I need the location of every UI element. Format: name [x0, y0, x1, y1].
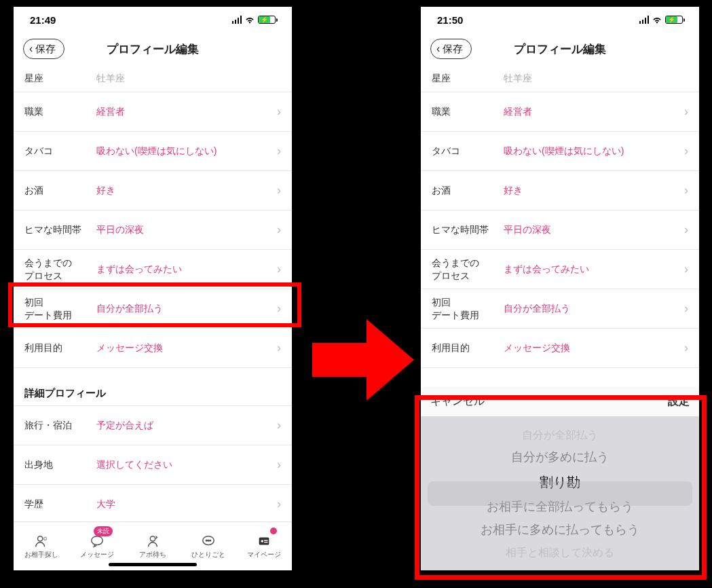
profile-row[interactable]: タバコ吸わない(喫煙は気にしない)› — [421, 132, 699, 171]
chevron-right-icon: › — [277, 262, 281, 276]
nav-header: ‹ 保存 プロフィール編集 — [14, 33, 292, 65]
svg-point-7 — [210, 540, 211, 541]
profile-row[interactable]: 会うまでのプロセスまずは会ってみたい› — [421, 250, 699, 289]
chevron-right-icon: › — [684, 301, 688, 316]
row-label: 利用目的 — [432, 342, 504, 354]
cellular-icon — [639, 16, 650, 24]
row-value: メッセージ交換 — [96, 342, 277, 354]
back-button[interactable]: ‹ 保存 — [430, 39, 472, 59]
row-label: 初回デート費用 — [24, 296, 96, 322]
profile-row: 星座牡羊座 — [14, 65, 292, 92]
chevron-right-icon: › — [684, 262, 688, 276]
profile-row[interactable]: 利用目的メッセージ交換› — [14, 329, 292, 368]
row-label: タバコ — [432, 145, 504, 158]
profile-row: 星座牡羊座 — [421, 65, 699, 92]
tab-0[interactable]: お相手探し — [14, 522, 69, 570]
profile-row[interactable]: 利用目的メッセージ交換› — [421, 329, 699, 368]
profile-row[interactable]: 初回デート費用自分が全部払う› — [14, 289, 292, 329]
chevron-right-icon: › — [277, 341, 281, 355]
battery-icon: ⚡ — [258, 16, 276, 24]
picker-wheel[interactable]: 自分が全部払う自分が多めに払う割り勘お相手に全部払ってもらうお相手に多めに払って… — [421, 417, 699, 570]
tab-4[interactable]: マイページ — [236, 522, 292, 570]
row-label: ヒマな時間帯 — [432, 223, 504, 236]
chevron-right-icon: › — [277, 458, 281, 472]
row-value: 大学 — [96, 498, 277, 511]
svg-point-6 — [208, 540, 209, 541]
picker-cancel-button[interactable]: キャンセル — [430, 394, 485, 409]
profile-row[interactable]: 出身地選択してください› — [14, 445, 292, 485]
row-label: 職業 — [432, 105, 504, 118]
row-value: 好き — [96, 185, 277, 197]
row-label: 星座 — [432, 72, 504, 85]
picker-option[interactable]: お相手に多めに払ってもらう — [481, 519, 639, 540]
row-value: 経営者 — [96, 106, 277, 118]
notification-dot — [270, 528, 277, 534]
tab-label: ひとりごと — [191, 550, 225, 559]
row-value: まずは会ってみたい — [96, 263, 277, 276]
row-value: 平日の深夜 — [96, 224, 277, 236]
row-label: 職業 — [24, 105, 96, 118]
wifi-icon — [244, 14, 255, 26]
profile-row[interactable]: ヒマな時間帯平日の深夜› — [14, 210, 292, 250]
profile-list: 星座牡羊座職業経営者›タバコ吸わない(喫煙は気にしない)›お酒好き›ヒマな時間帯… — [14, 65, 292, 521]
profile-row[interactable]: 職業経営者› — [14, 92, 292, 132]
row-value: まずは会ってみたい — [504, 263, 684, 276]
status-icons: ⚡ — [639, 14, 683, 26]
picker-option[interactable]: 自分が多めに払う — [511, 447, 609, 468]
chevron-right-icon: › — [684, 223, 688, 237]
chevron-right-icon: › — [277, 497, 281, 511]
row-label: 出身地 — [24, 458, 96, 471]
picker-sheet: キャンセル 設定 自分が全部払う自分が多めに払う割り勘お相手に全部払ってもらうお… — [421, 387, 699, 570]
row-label: 初回デート費用 — [432, 296, 504, 322]
svg-point-0 — [38, 536, 43, 540]
chevron-right-icon: › — [684, 144, 688, 158]
row-label: 旅行・宿泊 — [24, 419, 96, 432]
back-button[interactable]: ‹ 保存 — [23, 39, 64, 59]
picker-option[interactable]: 割り勘 — [540, 471, 580, 494]
row-label: 星座 — [24, 72, 96, 85]
arrow-right-icon — [312, 312, 414, 407]
row-label: ヒマな時間帯 — [24, 223, 96, 236]
row-label: タバコ — [24, 145, 96, 158]
row-value: 選択してください — [96, 459, 277, 471]
row-value: 平日の深夜 — [504, 224, 684, 236]
wifi-icon — [652, 14, 662, 26]
profile-row[interactable]: 職業経営者› — [421, 92, 699, 132]
chevron-right-icon: › — [684, 105, 688, 119]
svg-rect-10 — [264, 540, 268, 540]
row-label: お酒 — [432, 184, 504, 197]
profile-row[interactable]: お酒好き› — [421, 171, 699, 210]
chevron-right-icon: › — [277, 223, 281, 237]
svg-rect-11 — [264, 541, 268, 542]
picker-option[interactable]: お相手に全部払ってもらう — [487, 496, 633, 517]
profile-row[interactable]: 旅行・宿泊予定が合えば› — [14, 406, 292, 445]
row-value: 自分が全部払う — [96, 303, 277, 315]
row-label: 会うまでのプロセス — [432, 257, 504, 282]
profile-row[interactable]: ヒマな時間帯平日の深夜› — [421, 210, 699, 250]
row-label: お酒 — [24, 184, 96, 197]
row-value: 好き — [504, 185, 684, 197]
row-value: 吸わない(喫煙は気にしない) — [504, 145, 684, 158]
chevron-right-icon: › — [277, 418, 281, 433]
tab-label: お相手探し — [24, 550, 58, 559]
picker-option[interactable]: 自分が全部払う — [522, 426, 598, 444]
unread-badge: 未読 — [94, 526, 113, 536]
svg-point-2 — [92, 536, 103, 545]
home-indicator — [109, 563, 197, 566]
profile-row[interactable]: お酒好き› — [14, 171, 292, 210]
svg-point-3 — [150, 536, 155, 540]
picker-option[interactable]: 相手と相談して決める — [506, 543, 614, 562]
profile-row[interactable]: 初回デート費用自分が全部払う› — [421, 289, 699, 329]
nav-header: ‹ 保存 プロフィール編集 — [421, 33, 699, 65]
chevron-right-icon: › — [684, 341, 688, 355]
row-value: 自分が全部払う — [504, 303, 684, 315]
profile-row[interactable]: 会うまでのプロセスまずは会ってみたい› — [14, 250, 292, 289]
profile-row[interactable]: 学歴大学› — [14, 485, 292, 521]
picker-toolbar: キャンセル 設定 — [421, 387, 699, 417]
profile-row[interactable]: タバコ吸わない(喫煙は気にしない)› — [14, 132, 292, 171]
section-header-detail: 詳細プロフィール — [14, 368, 292, 406]
picker-confirm-button[interactable]: 設定 — [668, 394, 690, 409]
chevron-left-icon: ‹ — [436, 43, 440, 54]
phone-screen-right: 21:50 ⚡ ‹ 保存 プロフィール編集 星座牡羊座職業経営者›タバコ吸わない… — [421, 7, 699, 570]
svg-rect-8 — [259, 537, 269, 545]
